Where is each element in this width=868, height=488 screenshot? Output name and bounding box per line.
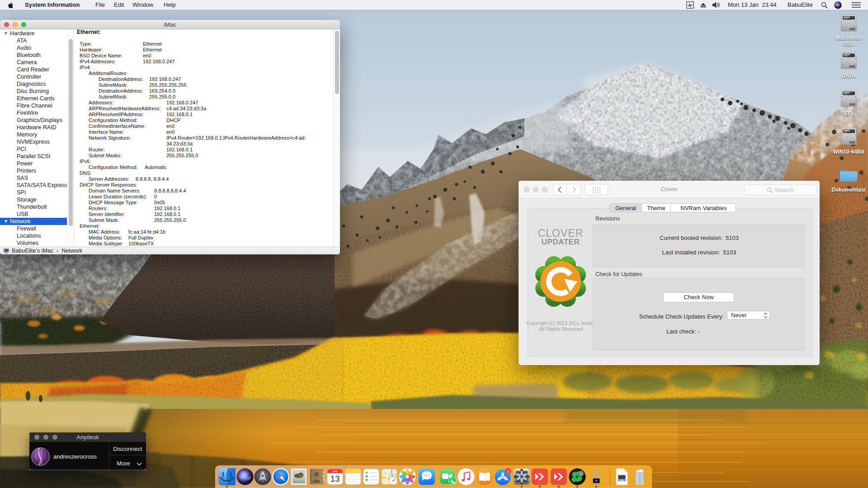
svg-text:JAN: JAN bbox=[332, 470, 337, 473]
svg-text:13: 13 bbox=[330, 474, 340, 483]
svg-text:1: 1 bbox=[507, 469, 509, 474]
